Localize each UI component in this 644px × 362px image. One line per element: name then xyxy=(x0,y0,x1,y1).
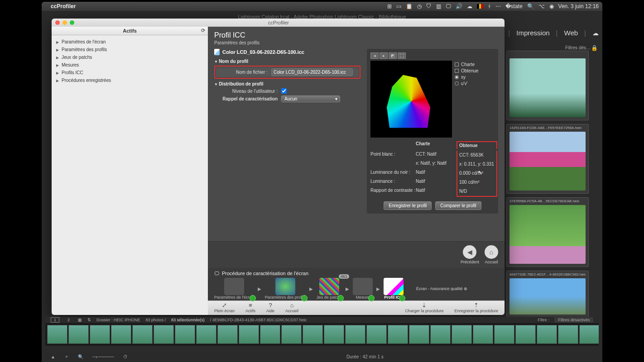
save-procedure-button[interactable]: ⇡Enregistrer la procédure xyxy=(454,302,498,313)
tree-item[interactable]: Profils ICC xyxy=(56,69,203,76)
step-profile-params[interactable]: Paramètres des profils xyxy=(265,278,306,300)
monitor-icon: 🖵 xyxy=(214,271,219,276)
add-tool-icon[interactable]: ＋ xyxy=(64,353,69,360)
filter-dropdown[interactable]: Filtres désactivés xyxy=(554,317,593,323)
thumb-image xyxy=(509,205,586,264)
sidebar-tree: Paramètres de l'écran Paramètres des pro… xyxy=(52,35,208,87)
chart-tool-icon[interactable]: ⛶ xyxy=(398,52,406,59)
main-panel: Profil ICC Paramètres des profils Color … xyxy=(208,27,505,315)
refresh-icon[interactable]: ⟳ xyxy=(201,28,205,33)
tree-item[interactable]: Mesures xyxy=(56,61,203,69)
menu-extra-icon[interactable]: ⋯ xyxy=(495,3,501,10)
menu-extra-icon[interactable]: ☁ xyxy=(467,3,472,10)
cie-chromaticity-diagram xyxy=(370,61,452,138)
step-patch-set[interactable]: 461Jeu de patchs xyxy=(317,278,342,300)
volume-icon[interactable]: 🔊 xyxy=(456,3,462,10)
step-measure[interactable]: Mesure xyxy=(353,278,373,300)
highlight-filename: Nom de fichier : xyxy=(214,66,360,79)
thumb-image xyxy=(509,58,586,117)
filter-label: Filtre : xyxy=(538,318,549,322)
zoom-button[interactable] xyxy=(70,20,74,25)
fullscreen-button[interactable]: ⤢Plein écran xyxy=(214,302,235,313)
tab-web[interactable]: Web xyxy=(564,29,578,37)
menu-extra-icon[interactable]: 🖵 xyxy=(446,3,451,10)
tree-item[interactable]: Paramètres de l'écran xyxy=(56,38,203,46)
control-center-icon[interactable]: ⌥ xyxy=(538,3,545,10)
legend-obtenue[interactable]: Obtenue xyxy=(455,68,495,73)
nav-previous[interactable]: ◀Précédent xyxy=(461,245,479,264)
menubar-clock[interactable]: Ven. 3 juin 12:16 xyxy=(558,3,599,10)
bluetooth-icon[interactable]: ᚼ xyxy=(488,3,491,10)
menu-extra-icon[interactable]: ⊞ xyxy=(387,3,392,10)
page-indicator[interactable]: 2 xyxy=(65,318,72,322)
siri-icon[interactable]: ◉ xyxy=(549,3,554,10)
save-profile-button[interactable]: Enregistrer le profil xyxy=(384,201,432,210)
tree-item[interactable]: Jeux de patchs xyxy=(56,53,203,61)
search-icon[interactable]: 🔍 xyxy=(527,3,534,10)
menubar-app-name[interactable]: ccProfiler xyxy=(51,3,76,10)
qa-label[interactable]: Écran - Assurance qualité ⊕ xyxy=(416,286,467,291)
thumbnail[interactable]: 37E55566-FC5A-4B…5ECDE78DEAB.heic xyxy=(506,197,589,267)
window-title: ccProfiler xyxy=(268,20,289,25)
pointer-tool-icon[interactable]: ▲ xyxy=(51,354,55,359)
menu-extra-icon[interactable]: 📋 xyxy=(406,3,413,10)
legend-charte[interactable]: Charte xyxy=(455,62,495,67)
legend-xy[interactable]: xy xyxy=(455,75,495,80)
flag-belgium-icon[interactable] xyxy=(477,4,483,9)
page-subtitle: Paramètres des profils xyxy=(214,40,498,45)
chart-tool-icon[interactable]: ◂ xyxy=(370,52,379,59)
page-title: Profil ICC xyxy=(214,31,498,39)
menu-extra-icon[interactable]: ▥ xyxy=(436,3,441,10)
minimize-button[interactable] xyxy=(62,20,67,25)
home-button[interactable]: ⌂Accueil xyxy=(285,302,298,313)
thumbnail[interactable]: 18251184-FCDE-4A6…F657EEE7258A.heic xyxy=(506,124,589,194)
tree-item[interactable]: Procédures enregistrées xyxy=(56,76,203,84)
grid-thumbnails: 18251184-FCDE-4A6…F657EEE7258A.heic 37E5… xyxy=(506,51,589,318)
wifi-icon[interactable]: �state xyxy=(505,3,523,10)
file-label: / 4E99BCFD-2B43-4130-A5B7-8DC1D0C5CD37.h… xyxy=(210,318,307,322)
thumbnail[interactable] xyxy=(506,51,589,120)
step-icc-profile[interactable]: Profil ICC xyxy=(384,278,404,300)
sidebar: Actifs ⟳ Paramètres de l'écran Paramètre… xyxy=(52,27,208,315)
thumb-image xyxy=(509,278,586,314)
step-screen-params[interactable]: Paramètres de l'écran xyxy=(214,278,254,300)
close-button[interactable] xyxy=(55,20,60,25)
sidebar-header: Actifs ⟳ xyxy=(52,27,208,35)
bottom-toolbar: ⤢Plein écran ≡Actifs ?Aide ⌂Accueil ⇣Cha… xyxy=(208,300,505,315)
menu-extra-icon[interactable]: ⛉ xyxy=(426,3,432,10)
chart-tool-icon[interactable]: ◩ xyxy=(389,52,397,59)
grid-icon[interactable]: ▦ xyxy=(78,318,82,322)
userlevel-checkbox[interactable] xyxy=(281,88,287,94)
recall-select[interactable]: Aucun xyxy=(281,95,340,102)
compare-profile-button[interactable]: Comparer le profil xyxy=(435,201,481,210)
cloud-icon[interactable]: ☁ xyxy=(592,29,599,37)
tab-impression[interactable]: Impression xyxy=(516,29,549,37)
measurement-table: Charte Obtenue Point blanc :CCT: NatifCC… xyxy=(370,141,495,197)
filename-input[interactable] xyxy=(271,68,353,76)
thumbnail[interactable]: 8687733E-78E2-4D1F…4-8932E1BBC983.heic xyxy=(506,271,589,318)
filter-label[interactable]: Filtres dés… xyxy=(565,45,591,50)
userlevel-label: Niveau de l'utilisateur : xyxy=(214,89,278,94)
page-indicator[interactable]: 1 xyxy=(51,317,59,323)
filmstrip[interactable] xyxy=(45,323,599,346)
nav-home[interactable]: ⌂Accueil xyxy=(485,245,498,264)
menu-extra-icon[interactable]: ▭ xyxy=(396,3,401,10)
sort-icon[interactable]: ⇅ xyxy=(87,318,91,322)
section-profile-name[interactable]: Nom du profil xyxy=(214,59,360,64)
legend-uv[interactable]: u'v' xyxy=(455,81,495,86)
zoom-tool-icon[interactable]: 🔍 xyxy=(78,354,83,359)
timer-icon[interactable]: ⏱ xyxy=(123,354,128,359)
load-procedure-button[interactable]: ⇣Charger la procédure xyxy=(405,302,443,313)
chart-tool-icon[interactable]: ▸ xyxy=(380,52,388,59)
gamut-chart-panel: ◂ ▸ ◩ ⛶ Charte Obtenue xyxy=(367,49,498,214)
section-distribution[interactable]: Distribution de profil xyxy=(214,81,360,86)
filename-label: Nom de fichier : xyxy=(218,70,268,75)
ccprofiler-window: ccProfiler Actifs ⟳ Paramètres de l'écra… xyxy=(52,19,505,315)
lock-icon[interactable]: 🔒 xyxy=(591,45,598,51)
window-titlebar: ccProfiler xyxy=(52,19,505,27)
help-button[interactable]: ?Aide xyxy=(266,302,274,313)
assets-button[interactable]: ≡Actifs xyxy=(245,302,255,313)
tree-item[interactable]: Paramètres des profils xyxy=(56,46,203,53)
menu-extra-icon[interactable]: ◷ xyxy=(417,3,422,10)
duration-label: Durée : 42 min 1 s xyxy=(346,354,384,359)
